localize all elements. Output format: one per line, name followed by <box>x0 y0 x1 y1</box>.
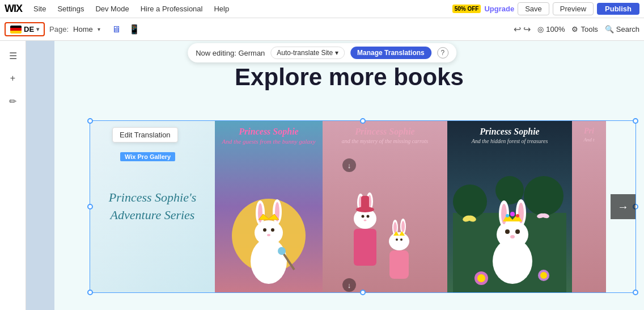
book5-title: Pri <box>572 121 606 137</box>
upgrade-button[interactable]: Upgrade <box>484 5 514 13</box>
manage-translations-button[interactable]: Manage Translations <box>350 47 431 59</box>
svg-point-30 <box>400 238 402 241</box>
book2-title: Princess Sophie <box>234 121 303 138</box>
page-heading: Explore more books <box>54 64 644 91</box>
nav-hire[interactable]: Hire a Professional <box>136 0 207 18</box>
svg-point-55 <box>477 274 485 282</box>
help-icon[interactable]: ? <box>437 47 448 58</box>
svg-point-18 <box>362 215 365 218</box>
book4-illustration <box>447 144 572 292</box>
nav-settings[interactable]: Settings <box>53 0 88 18</box>
handle-bot-center[interactable] <box>360 290 366 295</box>
svg-point-52 <box>506 214 509 217</box>
gallery-next-button[interactable]: → <box>611 194 635 219</box>
redo-button[interactable]: ↪ <box>523 24 531 35</box>
svg-point-19 <box>367 215 370 218</box>
svg-point-47 <box>505 229 510 234</box>
flag-de-icon <box>10 26 22 33</box>
undo-redo-group: ↩ ↪ <box>514 24 531 35</box>
svg-rect-31 <box>389 250 409 279</box>
search-button[interactable]: 🔍 Search <box>605 25 639 33</box>
translation-bar: Now editing: German Auto-translate Site … <box>188 43 456 62</box>
gallery-inner: Princess Sophie's Adventure Series Princ… <box>90 121 635 292</box>
svg-point-28 <box>401 221 405 232</box>
topbar-right: 50% OFF Upgrade Save Preview Publish <box>452 2 639 15</box>
handle-top-center[interactable] <box>360 118 366 124</box>
book3-illustration <box>323 144 447 292</box>
download-icon-bottom[interactable]: ↓ <box>342 278 356 292</box>
dropdown-chevron-icon: ▾ <box>335 49 338 57</box>
book2-illustration <box>215 145 323 292</box>
sidebar-add-button[interactable]: + <box>3 68 23 89</box>
tools-button[interactable]: ⚙ Tools <box>571 25 598 33</box>
search-label: Search <box>616 25 639 33</box>
page-name-label[interactable]: Home <box>73 25 93 33</box>
svg-rect-21 <box>354 229 376 266</box>
handle-top-right[interactable] <box>633 118 638 124</box>
zoom-display: ◎ 100% <box>537 25 565 33</box>
left-sidebar: ☰ + ✏ <box>0 41 26 310</box>
wix-logo: WIX <box>5 3 22 15</box>
tools-label: Tools <box>581 25 598 33</box>
series-title: Princess Sophie's Adventure Series <box>100 189 205 224</box>
desktop-view-button[interactable]: 🖥 <box>109 23 123 36</box>
svg-point-29 <box>396 238 398 241</box>
svg-point-8 <box>271 228 274 232</box>
toolbar-right: ↩ ↪ ◎ 100% ⚙ Tools 🔍 Search <box>514 24 639 35</box>
chevron-down-icon: ▾ <box>36 26 39 32</box>
auto-translate-label: Auto-translate Site <box>277 49 333 57</box>
auto-translate-button[interactable]: Auto-translate Site ▾ <box>270 47 345 59</box>
svg-point-34 <box>453 185 487 219</box>
download-icon-top[interactable]: ↓ <box>342 158 356 172</box>
zoom-level: 100% <box>546 25 565 33</box>
lang-code: DE <box>24 25 34 33</box>
undo-button[interactable]: ↩ <box>514 24 521 35</box>
svg-point-51 <box>510 212 515 216</box>
page-chevron-icon: ▾ <box>98 26 100 32</box>
sidebar-pages-button[interactable]: ☰ <box>3 45 23 66</box>
book3-subtitle: and the mystery of the missing carrots <box>337 138 433 144</box>
gallery-item-4[interactable]: Princess Sophie And the hidden forest of… <box>447 121 572 292</box>
svg-point-49 <box>510 235 515 238</box>
svg-rect-23 <box>361 196 369 211</box>
sale-badge: 50% OFF <box>452 5 481 13</box>
save-button[interactable]: Save <box>518 2 549 15</box>
handle-bot-right[interactable] <box>633 290 638 295</box>
tools-icon: ⚙ <box>571 25 578 33</box>
zoom-icon: ◎ <box>537 25 544 33</box>
handle-top-left[interactable] <box>87 118 93 124</box>
svg-point-53 <box>516 214 519 217</box>
nav-help[interactable]: Help <box>209 0 234 18</box>
book3-title: Princess Sophie <box>350 121 419 138</box>
wix-pro-gallery-label: Wix Pro Gallery <box>120 152 175 161</box>
nav-devmode[interactable]: Dev Mode <box>91 0 133 18</box>
svg-point-20 <box>364 220 367 221</box>
language-selector[interactable]: DE ▾ <box>5 22 45 36</box>
top-navbar: WIX Site Settings Dev Mode Hire a Profes… <box>0 0 644 18</box>
gallery-item-5[interactable]: Pri And t <box>572 121 606 292</box>
book5-subtitle: And t <box>572 137 606 143</box>
sidebar-edit-button[interactable]: ✏ <box>3 91 23 111</box>
svg-point-24 <box>389 232 409 250</box>
book2-subtitle: And the guests from the bunny galaxy <box>217 138 320 145</box>
preview-button[interactable]: Preview <box>553 2 594 15</box>
book4-title: Princess Sophie <box>475 121 544 138</box>
mobile-view-button[interactable]: 📱 <box>126 23 142 36</box>
gallery-item-3[interactable]: Princess Sophie and the mystery of the m… <box>323 121 447 292</box>
publish-button[interactable]: Publish <box>597 3 639 15</box>
editing-language-label: Now editing: German <box>196 49 265 57</box>
svg-point-35 <box>524 176 564 216</box>
editor-toolbar: DE ▾ Page: Home ▾ 🖥 📱 ↩ ↪ ◎ 100% ⚙ Tools… <box>0 18 644 41</box>
edit-translation-button[interactable]: Edit Translation <box>112 127 178 143</box>
handle-mid-left[interactable] <box>87 204 93 210</box>
svg-point-48 <box>515 229 520 234</box>
nav-site[interactable]: Site <box>29 0 50 18</box>
view-toggle: 🖥 📱 <box>109 23 142 36</box>
book4-subtitle: And the hidden forest of treasures <box>467 138 553 144</box>
gallery-item-1[interactable]: Princess Sophie's Adventure Series <box>90 121 215 292</box>
search-icon: 🔍 <box>605 25 614 33</box>
handle-bot-left[interactable] <box>87 290 93 295</box>
gallery-item-2[interactable]: Princess Sophie And the guests from the … <box>215 121 323 292</box>
gallery-container[interactable]: Princess Sophie's Adventure Series Princ… <box>90 120 636 293</box>
editor-canvas: Explore more books Edit Translation Wix … <box>26 41 644 310</box>
